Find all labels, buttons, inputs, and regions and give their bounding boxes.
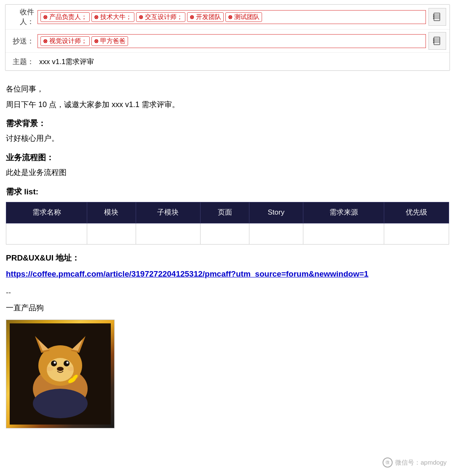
bg-heading: 需求背景： xyxy=(6,117,449,130)
svg-point-26 xyxy=(64,360,70,366)
greeting-text: 各位同事， xyxy=(6,83,449,96)
to-tag-5: ⊗ 测试团队 xyxy=(225,12,262,22)
svg-rect-0 xyxy=(434,13,440,21)
watermark-text: 微信号：apmdogy xyxy=(395,459,447,467)
tag-remove-icon-4[interactable]: ⊗ xyxy=(190,14,194,20)
svg-rect-6 xyxy=(433,16,434,17)
svg-rect-5 xyxy=(433,14,434,16)
list-heading: 需求 list: xyxy=(6,185,449,199)
cell-name xyxy=(6,223,87,245)
to-tag-3: ⊗ 交互设计师； xyxy=(136,12,185,22)
cell-module xyxy=(87,223,136,245)
email-header: 收件人： ⊗ 产品负责人； ⊗ 技术大牛； ⊗ 交互设计师； ⊗ 开发团队 ⊗ … xyxy=(5,4,450,71)
svg-point-28 xyxy=(67,361,69,363)
cc-tags-area[interactable]: ⊗ 视觉设计师； ⊗ 甲方爸爸 xyxy=(37,34,426,48)
cc-address-book-icon xyxy=(433,36,442,46)
svg-rect-13 xyxy=(433,38,434,40)
dog-image xyxy=(6,320,115,428)
svg-rect-14 xyxy=(433,40,434,41)
cc-label: 抄送： xyxy=(9,36,34,46)
email-body: 各位同事， 周日下午 10 点，诚邀大家参加 xxx v1.1 需求评审。 需求… xyxy=(0,75,455,428)
col-header-page: 页面 xyxy=(201,202,249,223)
signature-text: 一直产品狗 xyxy=(6,301,449,315)
to-tag-4: ⊗ 开发团队 xyxy=(187,12,224,22)
cc-row: 抄送： ⊗ 视觉设计师； ⊗ 甲方爸爸 xyxy=(5,30,450,53)
prd-label: PRD&UX&UI 地址： xyxy=(6,251,449,265)
separator: -- xyxy=(6,286,449,299)
to-row: 收件人： ⊗ 产品负责人； ⊗ 技术大牛； ⊗ 交互设计师； ⊗ 开发团队 ⊗ … xyxy=(5,5,450,30)
svg-rect-15 xyxy=(433,42,434,43)
table-body xyxy=(6,223,449,245)
tag-remove-icon-5[interactable]: ⊗ xyxy=(228,14,233,20)
address-book-icon xyxy=(433,12,442,22)
subject-label: 主题： xyxy=(9,57,34,67)
cell-priority xyxy=(384,223,449,245)
invite-text: 周日下午 10 点，诚邀大家参加 xxx v1.1 需求评审。 xyxy=(6,98,449,111)
table-header: 需求名称 模块 子模块 页面 Story 需求来源 优先级 xyxy=(6,202,449,223)
requirement-table: 需求名称 模块 子模块 页面 Story 需求来源 优先级 xyxy=(6,202,449,245)
cc-tag-remove-icon-2[interactable]: ⊗ xyxy=(94,38,99,44)
svg-point-31 xyxy=(67,367,74,371)
table-header-row: 需求名称 模块 子模块 页面 Story 需求来源 优先级 xyxy=(6,202,449,223)
svg-rect-7 xyxy=(433,18,434,19)
col-header-submodule: 子模块 xyxy=(136,202,201,223)
col-header-story: Story xyxy=(249,202,303,223)
svg-point-29 xyxy=(57,367,64,371)
col-header-module: 模块 xyxy=(87,202,136,223)
to-tag-1: ⊗ 产品负责人； xyxy=(40,12,90,22)
to-tag-2: ⊗ 技术大牛； xyxy=(91,12,134,22)
flow-heading: 业务流程图： xyxy=(6,151,449,164)
to-address-book-button[interactable] xyxy=(428,8,446,26)
svg-point-27 xyxy=(54,361,56,363)
subject-row: 主题： xyxy=(5,53,450,70)
flow-content: 此处是业务流程图 xyxy=(6,166,449,179)
cc-tag-1: ⊗ 视觉设计师； xyxy=(40,36,90,46)
prd-link[interactable]: https://coffee.pmcaff.com/article/319727… xyxy=(6,267,449,281)
cell-story xyxy=(249,223,303,245)
svg-point-18 xyxy=(33,389,88,418)
svg-point-30 xyxy=(46,367,53,371)
to-label: 收件人： xyxy=(9,7,34,27)
watermark: 微 微信号：apmdogy xyxy=(383,457,447,468)
cell-page xyxy=(201,223,249,245)
svg-point-25 xyxy=(51,360,57,366)
tag-remove-icon-3[interactable]: ⊗ xyxy=(139,14,143,20)
col-header-priority: 优先级 xyxy=(384,202,449,223)
cell-source xyxy=(303,223,384,245)
table-row xyxy=(6,223,449,245)
col-header-source: 需求来源 xyxy=(303,202,384,223)
bg-content: 讨好核心用户。 xyxy=(6,132,449,145)
cc-tag-2: ⊗ 甲方爸爸 xyxy=(91,36,128,46)
to-tags-area[interactable]: ⊗ 产品负责人； ⊗ 技术大牛； ⊗ 交互设计师； ⊗ 开发团队 ⊗ 测试团队 xyxy=(37,10,426,24)
cc-tag-remove-icon-1[interactable]: ⊗ xyxy=(43,38,48,44)
svg-rect-8 xyxy=(434,37,440,45)
cc-address-book-button[interactable] xyxy=(428,32,446,50)
wechat-icon: 微 xyxy=(383,457,393,468)
subject-input[interactable] xyxy=(37,56,446,67)
cell-submodule xyxy=(136,223,201,245)
tag-remove-icon-1[interactable]: ⊗ xyxy=(43,14,48,20)
col-header-name: 需求名称 xyxy=(6,202,87,223)
tag-remove-icon-2[interactable]: ⊗ xyxy=(94,14,99,20)
